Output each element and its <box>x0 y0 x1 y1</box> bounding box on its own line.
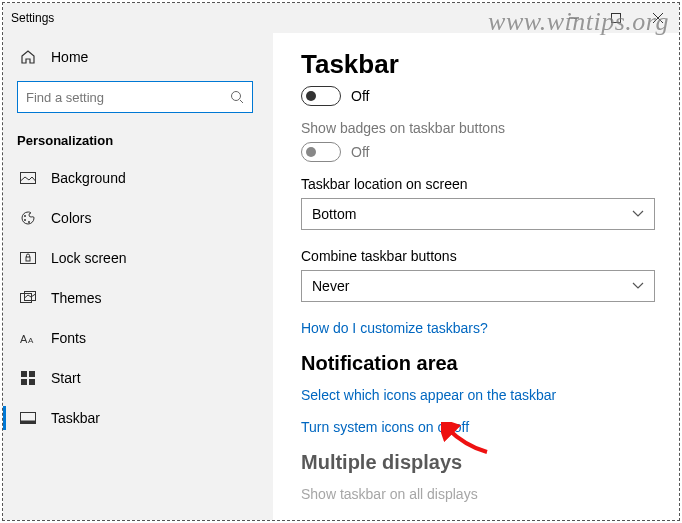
multiple-displays-title: Multiple displays <box>301 451 653 474</box>
taskbar-icon <box>19 412 37 424</box>
sidebar-item-label: Themes <box>51 290 102 306</box>
badges-label: Show badges on taskbar buttons <box>301 120 653 136</box>
sidebar-item-fonts[interactable]: AA Fonts <box>3 318 273 358</box>
sidebar: Home Personalization Background C <box>3 33 273 520</box>
sidebar-item-label: Taskbar <box>51 410 100 426</box>
home-icon <box>19 49 37 65</box>
sidebar-item-label: Lock screen <box>51 250 126 266</box>
fonts-icon: AA <box>19 331 37 345</box>
customize-link[interactable]: How do I customize taskbars? <box>301 320 653 336</box>
toggle-switch[interactable] <box>301 86 341 106</box>
sidebar-item-label: Start <box>51 370 81 386</box>
toggle-badges <box>301 142 341 162</box>
notification-area-title: Notification area <box>301 352 653 375</box>
search-field[interactable] <box>26 90 230 105</box>
svg-point-4 <box>232 92 241 101</box>
minimize-button[interactable] <box>553 3 595 33</box>
chevron-down-icon <box>632 210 644 218</box>
location-select[interactable]: Bottom <box>301 198 655 230</box>
colors-icon <box>19 210 37 226</box>
svg-text:A: A <box>20 333 28 345</box>
combine-label: Combine taskbar buttons <box>301 248 653 264</box>
svg-point-7 <box>24 215 26 217</box>
location-value: Bottom <box>312 206 356 222</box>
search-input[interactable] <box>17 81 253 113</box>
main-content: Taskbar Off Show badges on taskbar butto… <box>273 33 679 520</box>
maximize-button[interactable] <box>595 3 637 33</box>
svg-rect-17 <box>29 371 35 377</box>
search-icon <box>230 90 244 104</box>
sidebar-item-themes[interactable]: Themes <box>3 278 273 318</box>
svg-rect-19 <box>29 379 35 385</box>
svg-rect-16 <box>21 371 27 377</box>
sidebar-item-label: Colors <box>51 210 91 226</box>
select-icons-link[interactable]: Select which icons appear on the taskbar <box>301 387 653 403</box>
lockscreen-icon <box>19 252 37 264</box>
svg-rect-21 <box>21 421 36 424</box>
sidebar-item-colors[interactable]: Colors <box>3 198 273 238</box>
close-button[interactable] <box>637 3 679 33</box>
sidebar-item-lockscreen[interactable]: Lock screen <box>3 238 273 278</box>
svg-rect-11 <box>26 257 30 261</box>
toggle-badges-value: Off <box>351 144 369 160</box>
sidebar-home[interactable]: Home <box>3 39 273 75</box>
svg-point-9 <box>28 221 30 223</box>
svg-rect-12 <box>21 294 32 303</box>
background-icon <box>19 172 37 184</box>
window-title: Settings <box>11 11 54 25</box>
sidebar-item-start[interactable]: Start <box>3 358 273 398</box>
combine-value: Never <box>312 278 349 294</box>
system-icons-link[interactable]: Turn system icons on or off <box>301 419 653 435</box>
sidebar-home-label: Home <box>51 49 88 65</box>
svg-text:A: A <box>28 336 34 345</box>
start-icon <box>19 371 37 385</box>
combine-select[interactable]: Never <box>301 270 655 302</box>
chevron-down-icon <box>632 282 644 290</box>
sidebar-item-background[interactable]: Background <box>3 158 273 198</box>
multi-label: Show taskbar on all displays <box>301 486 653 502</box>
toggle-value: Off <box>351 88 369 104</box>
page-title: Taskbar <box>301 49 653 80</box>
title-bar: Settings <box>3 3 679 33</box>
svg-rect-1 <box>612 14 621 23</box>
themes-icon <box>19 291 37 305</box>
sidebar-item-label: Background <box>51 170 126 186</box>
sidebar-category: Personalization <box>17 133 273 148</box>
svg-point-8 <box>24 219 26 221</box>
svg-rect-18 <box>21 379 27 385</box>
sidebar-item-taskbar[interactable]: Taskbar <box>3 398 273 438</box>
sidebar-item-label: Fonts <box>51 330 86 346</box>
svg-line-5 <box>240 100 243 103</box>
location-label: Taskbar location on screen <box>301 176 653 192</box>
